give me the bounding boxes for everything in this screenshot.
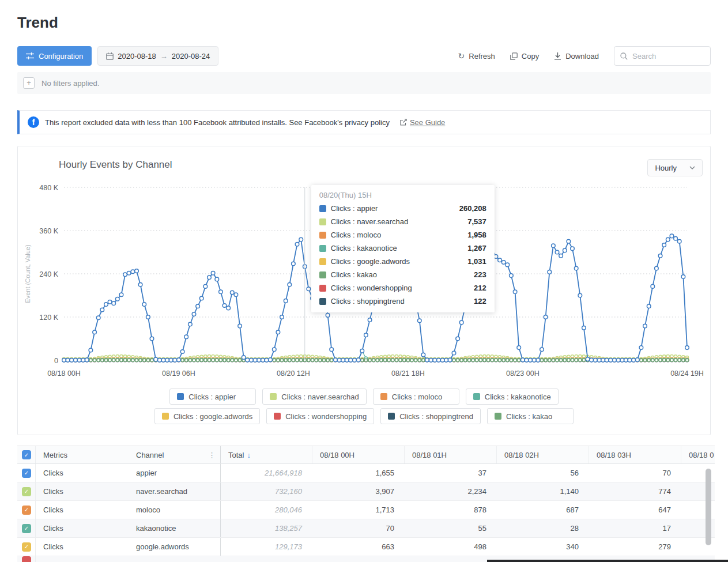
table-scrollbar[interactable] xyxy=(706,469,711,545)
x-tick-label: 08/24 19H xyxy=(670,369,704,378)
external-link-icon xyxy=(400,119,407,126)
row-checkbox-cell: ✓ xyxy=(17,464,36,482)
tooltip-row: Clicks : naver.searchad7,537 xyxy=(319,215,486,228)
chart-area[interactable]: 480 K360 K240 K120 K008/18 00H08/19 06H0… xyxy=(18,180,710,383)
add-filter-button[interactable]: + xyxy=(23,77,35,89)
y-tick-label: 0 xyxy=(54,357,58,365)
legend-chip[interactable]: Clicks : kakao xyxy=(487,408,574,424)
x-tick-label: 08/23 00H xyxy=(506,369,540,378)
tooltip-row: Clicks : shoppingtrend122 xyxy=(319,295,486,308)
legend-chip[interactable]: Clicks : kakaonotice xyxy=(466,389,559,405)
refresh-button[interactable]: ↻ Refresh xyxy=(458,51,495,61)
channel-value: google.adwords xyxy=(136,542,189,551)
chart-card: Hourly Events by Channel Hourly 480 K360… xyxy=(17,146,711,435)
row-checkbox[interactable]: ✓ xyxy=(22,506,31,515)
refresh-icon: ↻ xyxy=(458,51,465,61)
x-tick-label: 08/20 12H xyxy=(277,369,310,378)
row-checkbox-cell: ✓ xyxy=(17,519,36,537)
legend-chip[interactable]: Clicks : moloco xyxy=(373,389,459,405)
row-checkbox[interactable]: ✓ xyxy=(22,469,31,478)
metrics-cell: Clicks xyxy=(36,464,129,482)
y-tick-label: 360 K xyxy=(39,227,58,235)
hour-cell: 17 xyxy=(589,519,681,537)
tooltip-row: Clicks : moloco1,958 xyxy=(319,228,486,242)
tooltip-series-label: Clicks : kakaonotice xyxy=(331,244,397,252)
hour-header[interactable]: 08/18 01H xyxy=(405,446,497,463)
copy-label: Copy xyxy=(522,52,539,61)
channel-value: kakaonotice xyxy=(136,524,176,533)
tooltip-series-label: Clicks : naver.searchad xyxy=(331,217,408,226)
legend-label: Clicks : shoppingtrend xyxy=(399,412,473,421)
total-value: 21,664,918 xyxy=(265,469,302,477)
hour-cell: 279 xyxy=(589,538,681,556)
legend-label: Clicks : kakaonotice xyxy=(485,393,551,401)
date-range-button[interactable]: 2020-08-18 → 2020-08-24 xyxy=(97,46,218,66)
toolbar: Configuration 2020-08-18 → 2020-08-24 ↻ … xyxy=(17,46,711,66)
total-value: 129,173 xyxy=(275,542,302,551)
legend-chip[interactable]: Clicks : shoppingtrend xyxy=(380,408,481,424)
select-all-checkbox[interactable]: ✓ xyxy=(22,450,31,459)
hour-header[interactable]: 08/18 00H xyxy=(312,446,405,463)
tooltip-series-label: Clicks : wondershopping xyxy=(331,284,412,292)
hour-header[interactable]: 08/18 03H xyxy=(589,446,681,463)
hour-cell: 37 xyxy=(405,464,497,482)
total-value: 280,046 xyxy=(275,506,302,514)
legend-chip[interactable]: Clicks : google.adwords xyxy=(154,408,260,424)
legend-label: Clicks : wondershopping xyxy=(285,412,367,421)
chart-tooltip: 08/20(Thu) 15H Clicks : appier260,208Cli… xyxy=(311,185,495,312)
download-button[interactable]: Download xyxy=(554,52,599,61)
series-swatch xyxy=(319,205,326,212)
table-row: ✓Clicksnaver.searchad732,1603,9072,2341,… xyxy=(17,482,715,501)
header-checkbox-cell: ✓ xyxy=(17,446,36,463)
legend-chip[interactable]: Clicks : appier xyxy=(169,389,256,405)
series-swatch xyxy=(319,298,326,305)
series-swatch xyxy=(319,285,326,292)
chart-title: Hourly Events by Channel xyxy=(59,159,172,171)
row-checkbox[interactable] xyxy=(22,556,31,562)
configuration-label: Configuration xyxy=(39,52,83,61)
series-swatch xyxy=(319,245,326,252)
legend-row: Clicks : google.adwordsClicks : wondersh… xyxy=(154,408,574,424)
row-checkbox[interactable]: ✓ xyxy=(22,542,31,552)
channel-header[interactable]: Channel ⋮ xyxy=(129,446,221,463)
series-swatch xyxy=(162,413,169,420)
search-input[interactable] xyxy=(632,52,696,61)
legend-label: Clicks : naver.searchad xyxy=(281,393,359,401)
row-checkbox[interactable]: ✓ xyxy=(22,524,31,533)
hour-header[interactable]: 08/18 02H xyxy=(497,446,589,463)
channel-value: naver.searchad xyxy=(136,487,187,496)
series-swatch xyxy=(388,413,395,420)
sliders-icon xyxy=(26,52,34,59)
tooltip-row: Clicks : kakaonotice1,267 xyxy=(319,242,486,255)
hour-header[interactable]: 08/18 0 xyxy=(681,446,715,463)
copy-button[interactable]: Copy xyxy=(510,52,539,61)
tooltip-series-value: 1,958 xyxy=(467,231,486,239)
table-row: ✓Clicksmoloco280,0461,713878687647 xyxy=(17,501,715,519)
metrics-header[interactable]: Metrics xyxy=(36,446,129,463)
row-checkbox[interactable]: ✓ xyxy=(22,487,31,496)
calendar-icon xyxy=(106,52,114,60)
hour-cell: 1,655 xyxy=(312,464,405,482)
table-row: ✓Clicksgoogle.adwords129,173663498340279 xyxy=(17,538,715,556)
legend-label: Clicks : kakao xyxy=(506,412,552,421)
legend-chip[interactable]: Clicks : naver.searchad xyxy=(262,389,366,405)
total-header[interactable]: Total ↓ xyxy=(221,446,312,463)
hour-cell: 774 xyxy=(589,482,681,500)
see-guide-link[interactable]: See Guide xyxy=(410,118,445,127)
tooltip-series-label: Clicks : moloco xyxy=(331,231,381,239)
column-menu-icon[interactable]: ⋮ xyxy=(208,451,216,459)
configuration-button[interactable]: Configuration xyxy=(17,46,92,66)
tooltip-series-value: 1,031 xyxy=(467,257,486,266)
series-swatch xyxy=(274,413,281,420)
table-body: ✓Clicksappier21,664,9181,655375670✓Click… xyxy=(17,464,715,562)
page-title: Trend xyxy=(17,14,711,32)
tooltip-title: 08/20(Thu) 15H xyxy=(319,191,486,199)
search-box[interactable] xyxy=(614,46,711,66)
channel-cell: kakaonotice xyxy=(129,519,221,537)
legend-chip[interactable]: Clicks : wondershopping xyxy=(266,408,374,424)
refresh-label: Refresh xyxy=(469,52,495,61)
y-tick-label: 120 K xyxy=(39,314,58,322)
interval-select[interactable]: Hourly xyxy=(647,159,703,176)
hour-cell: 28 xyxy=(497,519,589,537)
horizontal-scrollbar[interactable] xyxy=(487,560,728,562)
